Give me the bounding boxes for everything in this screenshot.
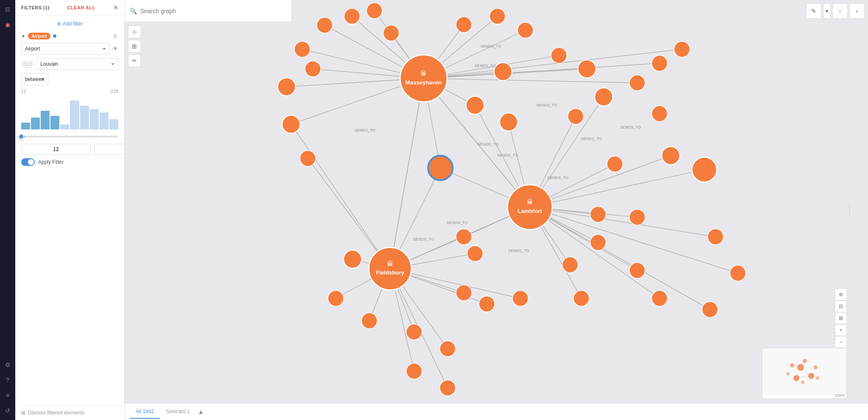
svg-point-111 [440, 341, 456, 357]
range-thumb-left[interactable] [18, 134, 24, 140]
share-button[interactable]: ↑ [832, 3, 848, 19]
apply-filter-label: Apply Filter [38, 159, 64, 165]
bottom-bar: All 1442 Selected 1 ▲ [125, 403, 868, 420]
condition-select[interactable]: between [21, 73, 48, 85]
svg-point-116 [708, 229, 723, 245]
svg-point-99 [562, 257, 578, 273]
svg-rect-129 [762, 348, 847, 395]
svg-line-31 [530, 207, 715, 237]
minimap-zoom-label: 105% [835, 393, 845, 398]
svg-point-77 [305, 61, 321, 77]
apply-filter-toggle[interactable] [21, 158, 35, 166]
graph-layout-icon[interactable]: ⊛ [835, 288, 847, 300]
svg-text:🏛: 🏛 [387, 260, 393, 267]
collapse-arrow-icon[interactable]: ▼ [21, 34, 25, 39]
filter-sidebar-icon[interactable]: ⊟ [2, 3, 14, 15]
edit-button[interactable]: ✎ [806, 3, 821, 19]
svg-point-86 [466, 96, 484, 114]
apply-filter-row: Apply Filter [21, 158, 118, 166]
filter-select-row: Airport 👁 [21, 43, 118, 55]
filter-group-header: ▼ Airport 🗑 [21, 33, 118, 39]
help-sidebar-icon[interactable]: ? [2, 374, 14, 386]
zoom-out-button[interactable]: − [835, 336, 847, 348]
hist-bar-3 [41, 111, 50, 129]
svg-point-82 [517, 22, 533, 38]
algorithm-row: 0123 Louvain [21, 58, 118, 70]
selected-label: Selected 1 [166, 409, 190, 414]
add-filter-button[interactable]: ⊕ Add filter [21, 21, 118, 27]
settings-sidebar-icon[interactable]: ⚙ [2, 359, 14, 371]
svg-point-72 [295, 42, 310, 57]
layout-tool-button[interactable]: ⊞ [128, 40, 141, 53]
svg-text:SENDS_TO: SENDS_TO [480, 44, 501, 48]
svg-point-104 [456, 285, 472, 301]
bottom-chevron-icon[interactable]: ▲ [198, 408, 204, 416]
filter-panel: FILTERS (1) CLEAR ALL ✕ ⊕ Add filter ▼ A… [15, 0, 125, 420]
range-slider[interactable] [21, 133, 118, 140]
filter-tool-button[interactable]: ✂ [128, 54, 141, 67]
svg-point-92 [674, 42, 690, 57]
search-input[interactable] [140, 8, 286, 14]
selected-tab[interactable]: Selected 1 [160, 405, 196, 419]
svg-point-80 [456, 17, 472, 33]
svg-point-91 [652, 56, 668, 71]
split-view-icon[interactable]: ⊞ [835, 312, 847, 324]
svg-text:SENDS_TO: SENDS_TO [413, 237, 434, 241]
dismiss-filtered-bar[interactable]: ⊠ Dismiss filtered elements [15, 405, 124, 420]
close-filter-panel-button[interactable]: ✕ [113, 4, 119, 11]
edit-expand-button[interactable]: ▾ [823, 3, 831, 19]
zoom-in-button[interactable]: + [835, 324, 847, 336]
visibility-toggle-icon[interactable]: 👁 [112, 45, 118, 52]
svg-text:SENDS_TO: SENDS_TO [354, 128, 376, 132]
svg-point-118 [702, 302, 718, 317]
main-graph-area: 🔍 ⊹ ⊞ ✂ ✎ ▾ ↑ ‹ [125, 0, 868, 420]
graph-canvas[interactable]: SENDS_TO SENDS_TO SENDS_TO SENDS_TO SEND… [125, 0, 868, 403]
svg-point-78 [282, 115, 300, 133]
svg-point-108 [328, 291, 344, 306]
range-min-input[interactable] [21, 144, 91, 155]
filter-badge[interactable]: Airport [28, 33, 50, 39]
hist-bar-5 [60, 124, 69, 129]
svg-point-96 [629, 209, 645, 225]
svg-point-114 [467, 246, 483, 261]
range-max-input[interactable] [94, 144, 124, 155]
right-mini-toolbar: ⊛ ⊟ ⊞ + − [835, 288, 847, 348]
clear-all-button[interactable]: CLEAR ALL [67, 5, 95, 10]
svg-point-89 [595, 88, 612, 106]
svg-point-94 [662, 147, 680, 165]
resize-handle[interactable] [848, 0, 851, 420]
hist-bar-4 [50, 116, 59, 129]
collapse-panel-button[interactable]: ‹ [849, 3, 865, 19]
svg-line-33 [530, 207, 710, 309]
svg-point-119 [400, 55, 447, 102]
filter-group: ▼ Airport 🗑 Airport 👁 0123 Louvain be [21, 33, 118, 166]
select-tool-button[interactable]: ⊹ [128, 25, 141, 38]
graph-sidebar-icon[interactable]: ◉ [2, 19, 14, 31]
svg-point-81 [490, 8, 505, 24]
svg-point-95 [607, 156, 623, 172]
svg-point-136 [816, 376, 819, 380]
svg-text:SENDS_TO: SENDS_TO [477, 142, 498, 146]
left-sidebar: ⊟ ◉ ⚙ ? ≡ ↺ [0, 0, 15, 420]
logo-sidebar-icon[interactable]: ↺ [2, 405, 14, 417]
all-tab[interactable]: All 1442 [130, 405, 160, 419]
config-sidebar-icon[interactable]: ≡ [2, 389, 14, 401]
range-max-label: 228 [111, 89, 118, 94]
svg-point-135 [813, 365, 818, 370]
svg-point-71 [278, 78, 295, 95]
range-filter-section: 12 228 [21, 89, 118, 166]
algorithm-select[interactable]: Louvain [36, 58, 118, 70]
svg-text:Masseyhaven: Masseyhaven [406, 79, 442, 86]
svg-line-16 [423, 78, 637, 83]
svg-point-83 [551, 48, 567, 63]
svg-text:🏛: 🏛 [420, 70, 427, 77]
hist-bar-1 [21, 123, 30, 129]
delete-filter-button[interactable]: 🗑 [112, 33, 118, 39]
svg-point-76 [383, 25, 399, 41]
minimap[interactable]: 105% [762, 348, 847, 399]
svg-point-90 [629, 75, 645, 91]
svg-point-138 [801, 381, 804, 384]
table-view-icon[interactable]: ⊟ [835, 300, 847, 312]
filter-property-select[interactable]: Airport [21, 43, 110, 55]
svg-text:SENDS_TO: SENDS_TO [508, 249, 529, 253]
